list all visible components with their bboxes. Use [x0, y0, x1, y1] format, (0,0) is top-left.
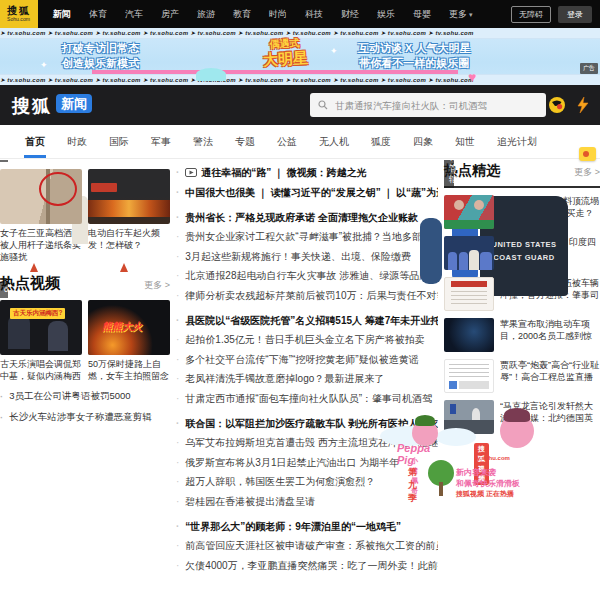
header-icons [549, 97, 590, 113]
card-concert[interactable]: 古天乐内涵梅西? 古天乐演唱会调侃郑中基，疑似内涵梅西 [0, 300, 82, 382]
sparkle-icon: ✦ [330, 46, 338, 56]
ebike-fire-image [88, 169, 170, 224]
headline[interactable]: 贵州女企业家讨工程欠款“寻衅滋事”被批捕？当地多部门回应 [176, 230, 438, 243]
headline[interactable]: 欠债4000万，李亚鹏直播突然痛哭：吃了一周外卖！此前被限高 [176, 559, 438, 572]
tab-politics[interactable]: 时政 [56, 125, 98, 158]
fox-logo-icon[interactable] [549, 97, 565, 113]
accessibility-button[interactable]: 无障碍 [511, 6, 551, 23]
login-button[interactable]: 登录 [558, 6, 592, 23]
tab-zhishi[interactable]: 知世 [444, 125, 486, 158]
sparkle-icon: ✦ [40, 60, 48, 70]
headline[interactable]: 超万人辞职，韩国医生罢工为何愈演愈烈？ [176, 475, 438, 488]
top-nav-more[interactable]: 更多▾ [440, 8, 482, 21]
headline[interactable]: 3月起这些新规将施行！事关快递、出境、保险缴费 [176, 250, 438, 263]
sohu-logo-text: 搜狐 [7, 6, 31, 16]
top-actions: 无障碍 登录 [511, 6, 592, 23]
headline[interactable]: 老凤祥清洗手镯故意磨掉logo？最新进展来了 [176, 372, 438, 385]
hot-pick-item[interactable]: 苹果宣布取消电动车项目，2000名员工感到惊讶 [444, 318, 600, 352]
card-sanya-hotel[interactable]: 女子在三亚高档酒店被人用杆子递纸条实施骚扰 [0, 169, 82, 263]
promo-banner[interactable]: ➤ tv.sohu.com ➤ tv.sohu.com ➤ tv.sohu.co… [0, 28, 600, 85]
top-nav-realestate[interactable]: 房产 [152, 8, 188, 21]
headline[interactable]: 北京通报28起电动自行车火灾事故 涉雅迪、绿源等品牌 [176, 269, 438, 282]
hot-video-more-link[interactable]: 更多 > [144, 279, 170, 292]
concert-image: 古天乐内涵梅西? [0, 300, 82, 355]
headline[interactable]: 贵州省长：严格兑现政府承诺 全面清理拖欠企业账款 [176, 211, 438, 224]
headline[interactable]: 律师分析卖农残超标芹菜前后被罚10万：后果与责任不对等 [176, 289, 438, 302]
video-icon [185, 168, 197, 177]
card-ebike-fire[interactable]: 电动自行车起火频发！怎样破？ [88, 169, 170, 263]
hot-picks-more-link[interactable]: 更多 > [574, 166, 600, 179]
tab-police-law[interactable]: 警法 [182, 125, 224, 158]
top-nav-baby[interactable]: 母婴 [404, 8, 440, 21]
banner-left-text: 打破专访旧常态 创造娱乐新模式 [62, 41, 139, 71]
top-nav-auto[interactable]: 汽车 [116, 8, 152, 21]
headline[interactable]: 碧桂园在香港被提出清盘呈请 [176, 495, 438, 508]
banner-ticker-bottom: ➤ tv.sohu.com ➤ tv.sohu.com ➤ tv.sohu.co… [0, 74, 600, 85]
tab-world[interactable]: 国际 [98, 125, 140, 158]
tab-home[interactable]: 首页 [14, 125, 56, 158]
list-item[interactable]: 3员工在公司讲粤语被罚5000 [0, 390, 170, 403]
top-nav-tech[interactable]: 科技 [296, 8, 332, 21]
hotel-image [0, 169, 82, 224]
tab-charity[interactable]: 公益 [266, 125, 308, 158]
banner-right-text: 互动访谈 X 人气大明星 带你看不一样的娱乐圈 [358, 41, 470, 71]
left-column: 宗馥莉接棒娃哈哈 500亿饮料巨头将走向何方？ 女子在三亚高档酒店被人用杆子递纸… [0, 162, 170, 432]
top-nav-sports[interactable]: 体育 [80, 8, 116, 21]
left-bullet-list: 3员工在公司讲粤语被罚5000 长沙火车站涉事女子称遭恶意剪辑 [0, 390, 170, 424]
tab-hudu[interactable]: 狐度 [360, 125, 402, 158]
top-nav-travel[interactable]: 旅游 [188, 8, 224, 21]
headline[interactable]: 县医院以“省级医院托管”名义招聘515人 筹建7年未开业托管告吹 [176, 314, 438, 327]
floating-widget[interactable] [579, 147, 596, 161]
headline[interactable]: “世界那么大”的顾老师：9年漂泊里的“一地鸡毛” [176, 520, 438, 533]
hot-picks-column: 热点精选 更多 > UNITED STATES COAST GUARD 打击非法… [444, 162, 600, 434]
headline[interactable]: 起拍价1.35亿元！昔日手机巨头金立名下房产将被拍卖 [176, 333, 438, 346]
hot-video-section-header: 热点视频 更多 > [0, 274, 170, 293]
search-input[interactable] [333, 99, 538, 112]
search-icon [318, 100, 328, 110]
chevron-down-icon: ▾ [469, 11, 473, 18]
headline[interactable]: 中国很大也很美 ｜ 读懂习近平的“发展之钥” ｜ 以“蔬”为进 [176, 186, 438, 199]
tab-military[interactable]: 军事 [140, 125, 182, 158]
main-content: 宗馥莉接棒娃哈哈 500亿饮料巨头将走向何方？ 女子在三亚高档酒店被人用杆子递纸… [0, 160, 600, 600]
brand-sohu[interactable]: 搜狐 [12, 94, 52, 118]
top-nav-fashion[interactable]: 时尚 [260, 8, 296, 21]
hot-picks-header: 热点精选 更多 > [444, 162, 600, 188]
heart-icon: ♥ [468, 70, 476, 84]
tab-sixiang[interactable]: 四象 [402, 125, 444, 158]
hot-video-title: 热点视频 [0, 274, 60, 293]
fire-overlay-text: 熊熊大火 [102, 320, 142, 334]
headline-column: 通往幸福的“路” ｜ 微视频：跨越之光 中国很大也很美 ｜ 读懂习近平的“发展之… [176, 166, 438, 578]
splash-decoration [196, 68, 226, 81]
tab-zhuiguang[interactable]: 追光计划 [486, 125, 548, 158]
banner-pink-bar [92, 70, 458, 74]
site-header: 搜狐 新闻 [0, 85, 600, 125]
concert-overlay-text: 古天乐内涵梅西? [10, 308, 65, 319]
thumb-gossip [444, 195, 494, 229]
lightning-icon[interactable] [576, 97, 590, 113]
top-nav-entertainment[interactable]: 娱乐 [368, 8, 404, 21]
red-circle-annotation [39, 172, 77, 206]
top-nav-news[interactable]: 新闻 [44, 8, 80, 21]
search-bar[interactable] [310, 93, 546, 117]
brand-news-badge[interactable]: 新闻 [56, 94, 92, 113]
headline[interactable]: 甘肃定西市通报“面包车撞向社火队队员”：肇事司机酒驾 [176, 392, 438, 405]
card-porsche-fire[interactable]: 熊熊大火 50万保时捷路上自燃，女车主拍照留念 [88, 300, 170, 382]
thumb-weibo-post [444, 359, 494, 393]
hot-pick-item[interactable]: 贾跃亭“炮轰”高合“行业耻辱”！高合工程总监直播哽… [444, 359, 600, 393]
top-nav-education[interactable]: 教育 [224, 8, 260, 21]
top-nav-finance[interactable]: 财经 [332, 8, 368, 21]
headline[interactable]: 多个社交平台流传“下海”“挖呀挖黄老师”疑似被造黄谣 [176, 353, 438, 366]
headline[interactable]: 前高管回应天涯社区被申请破产审查：系被拖欠工资的前员工提出 [176, 539, 438, 552]
tab-drone[interactable]: 无人机 [308, 125, 360, 158]
headline[interactable]: 通往幸福的“路” ｜ 微视频：跨越之光 [176, 166, 438, 179]
banner-show-logo: 偶遇式 大明星 [249, 35, 320, 68]
thumb-official-notice [444, 277, 494, 311]
sohu-logo[interactable]: 搜狐 Sohu.com [0, 0, 38, 28]
top-nav: 新闻 体育 汽车 房产 旅游 教育 时尚 科技 财经 娱乐 母婴 更多▾ [44, 8, 511, 21]
sohu-logo-domain: Sohu.com [8, 16, 31, 21]
thumb-astronauts [444, 236, 494, 270]
porsche-fire-image: 熊熊大火 [88, 300, 170, 355]
tab-special[interactable]: 专题 [224, 125, 266, 158]
list-item[interactable]: 长沙火车站涉事女子称遭恶意剪辑 [0, 411, 170, 424]
left-card-row-2: 古天乐内涵梅西? 古天乐演唱会调侃郑中基，疑似内涵梅西 熊熊大火 50万保时捷路… [0, 300, 170, 382]
